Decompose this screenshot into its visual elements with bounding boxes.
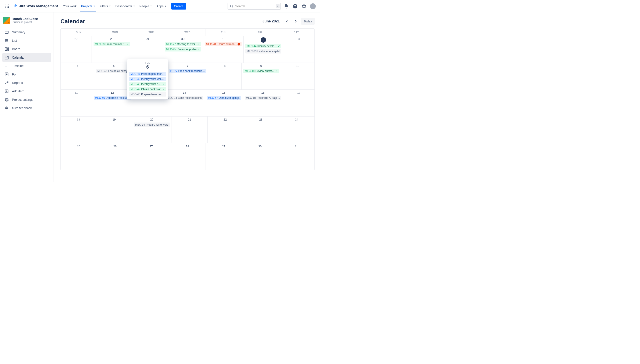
app-switcher-icon[interactable]: [4, 3, 11, 10]
search-input[interactable]: [235, 4, 275, 8]
calendar-event[interactable]: MEC-48Review outsta...✓: [243, 69, 279, 73]
calendar-event[interactable]: MEC-45Ensure all newly hi: [96, 69, 132, 73]
calendar-day[interactable]: 31: [278, 144, 314, 170]
search-box[interactable]: /: [228, 3, 281, 10]
svg-point-7: [7, 7, 7, 8]
calendar-event[interactable]: MEC-23Email reminder...✓: [94, 42, 130, 46]
calendar-event[interactable]: MEC-14Prepare rollforward: [134, 122, 170, 127]
day-number: 24: [281, 118, 313, 121]
calendar-event[interactable]: MEC-23Evaluate for capital: [245, 49, 281, 54]
calendar-day[interactable]: 23: [243, 116, 279, 143]
event-key: MEC-14: [167, 96, 177, 100]
sidebar-item-label: Give feedback: [12, 106, 32, 110]
nav-item-filters[interactable]: Filters▼: [97, 0, 113, 12]
calendar-event[interactable]: PT-27Prep bank reconcilia...: [169, 69, 206, 73]
calendar-day[interactable]: 26: [97, 144, 133, 170]
nav-item-label: Projects: [81, 4, 92, 8]
calendar-day[interactable]: 3: [283, 36, 314, 62]
sidebar-item-label: Calendar: [12, 56, 25, 59]
calendar-event[interactable]: MEC-45Prepare bank reco...: [129, 92, 166, 96]
sidebar-item-board[interactable]: Board: [2, 45, 51, 53]
calendar-event[interactable]: MEC-57Obtain AR agings: [207, 96, 241, 100]
next-month-button[interactable]: [292, 18, 299, 25]
page-title: Calendar: [60, 18, 85, 25]
sidebar-item-label: List: [12, 39, 17, 42]
calendar-event[interactable]: MEC-48Identify what n...✓: [129, 82, 166, 86]
event-summary: Prepare bank reco...: [141, 93, 165, 96]
chevron-down-icon: ▼: [133, 5, 135, 7]
svg-point-0: [6, 4, 6, 5]
calendar-day[interactable]: 30: [242, 144, 278, 170]
calendar-event[interactable]: MEC-56Determine resoluti...: [94, 96, 131, 100]
calendar-day[interactable]: 24: [279, 116, 314, 143]
sidebar-item-reports[interactable]: Reports: [2, 78, 51, 87]
calendar-day[interactable]: 28MEC-23Email reminder...✓: [92, 36, 132, 62]
nav-item-people[interactable]: People▼: [137, 0, 154, 12]
calendar-day[interactable]: 16MEC-18Reconcile AR agi ...: [243, 90, 283, 116]
check-icon: ✓: [126, 42, 129, 46]
help-icon[interactable]: ?: [292, 3, 299, 10]
calendar-day[interactable]: 9MEC-48Review outsta...✓: [242, 63, 281, 90]
calendar-day[interactable]: 10: [281, 63, 314, 90]
calendar-event[interactable]: MEC-44Identify new le...✓: [245, 44, 281, 48]
event-key: MEC-20: [206, 42, 216, 46]
sidebar-item-project-settings[interactable]: Project settings: [2, 96, 51, 104]
sidebar-item-list[interactable]: List: [2, 36, 51, 45]
calendar-day[interactable]: 22: [207, 116, 243, 143]
check-icon: ✓: [197, 48, 199, 51]
calendar-day[interactable]: 4: [61, 63, 94, 90]
calendar-event[interactable]: MEC-49Identify what worked: [129, 77, 166, 81]
sidebar-item-calendar[interactable]: Calendar: [2, 53, 51, 62]
calendar-day[interactable]: 27: [61, 36, 92, 62]
profile-avatar[interactable]: [309, 3, 316, 10]
sidebar-item-add-item[interactable]: Add item: [2, 87, 51, 96]
calendar-day[interactable]: 20MEC-14Prepare rollforward: [132, 116, 172, 143]
sidebar-item-give-feedback[interactable]: Give feedback: [2, 104, 51, 112]
calendar-day[interactable]: 1MEC-20Ensure all mon...!: [203, 36, 244, 62]
calendar-day[interactable]: 29: [132, 36, 163, 62]
calendar-day[interactable]: 27: [133, 144, 169, 170]
nav-item-dashboards[interactable]: Dashboards▼: [113, 0, 137, 12]
nav-item-your-work[interactable]: Your work: [61, 0, 79, 12]
calendar-day[interactable]: 2MEC-44Identify new le...✓MEC-23Evaluate…: [244, 36, 283, 62]
top-nav: Jira Work Management Your workProjects▼F…: [0, 0, 320, 12]
calendar-day[interactable]: 7PT-27Prep bank reconcilia...: [167, 63, 208, 90]
calendar-day[interactable]: 14MEC-14Bank reconciliations: [164, 90, 205, 116]
sidebar-item-timeline[interactable]: Timeline: [2, 62, 51, 70]
project-header[interactable]: Month End Close Business project: [2, 17, 51, 28]
create-button[interactable]: Create: [171, 3, 186, 10]
calendar-event[interactable]: MEC-27Meeting to over✓: [165, 42, 201, 46]
sidebar-item-summary[interactable]: Summary: [2, 28, 51, 36]
notifications-icon[interactable]: [283, 3, 290, 10]
calendar-event[interactable]: MEC-47Perform post mort...: [129, 72, 166, 76]
prev-month-button[interactable]: [283, 18, 290, 25]
calendar-day[interactable]: 19: [96, 116, 132, 143]
calendar-day[interactable]: 29: [206, 144, 242, 170]
day-number: 20: [134, 118, 170, 121]
settings-icon[interactable]: [300, 3, 308, 10]
nav-item-projects[interactable]: Projects▼: [79, 0, 98, 12]
feedback-icon: [5, 106, 9, 110]
svg-rect-23: [8, 48, 9, 50]
calendar-day[interactable]: 17: [283, 90, 314, 116]
calendar-day[interactable]: 28: [169, 144, 205, 170]
calendar-day[interactable]: 25: [61, 144, 97, 170]
calendar-day[interactable]: 15MEC-57Obtain AR agings: [205, 90, 243, 116]
calendar-day[interactable]: 30MEC-27Meeting to over✓MEC-45Review of …: [163, 36, 203, 62]
calendar-event[interactable]: MEC-18Reconcile AR agi ...: [245, 96, 281, 100]
calendar-day[interactable]: 18: [61, 116, 96, 143]
event-key: PT-27: [170, 70, 177, 72]
sidebar-item-form[interactable]: Form: [2, 70, 51, 78]
nav-item-label: Apps: [156, 4, 163, 8]
calendar-day[interactable]: 8: [208, 63, 242, 90]
calendar-event[interactable]: MEC-45Review of prelim✓: [165, 47, 201, 52]
calendar-day[interactable]: 11: [61, 90, 92, 116]
event-key: MEC-48: [245, 70, 255, 72]
calendar-day[interactable]: 21: [172, 116, 207, 143]
calendar-event[interactable]: MEC-42Obtain bank stat✓: [129, 87, 166, 92]
calendar-event[interactable]: MEC-14Bank reconciliations: [166, 96, 203, 100]
today-button[interactable]: Today: [301, 18, 315, 25]
calendar-event[interactable]: MEC-20Ensure all mon...!: [205, 42, 242, 46]
nav-item-apps[interactable]: Apps▼: [154, 0, 169, 12]
product-logo[interactable]: Jira Work Management: [12, 4, 60, 9]
